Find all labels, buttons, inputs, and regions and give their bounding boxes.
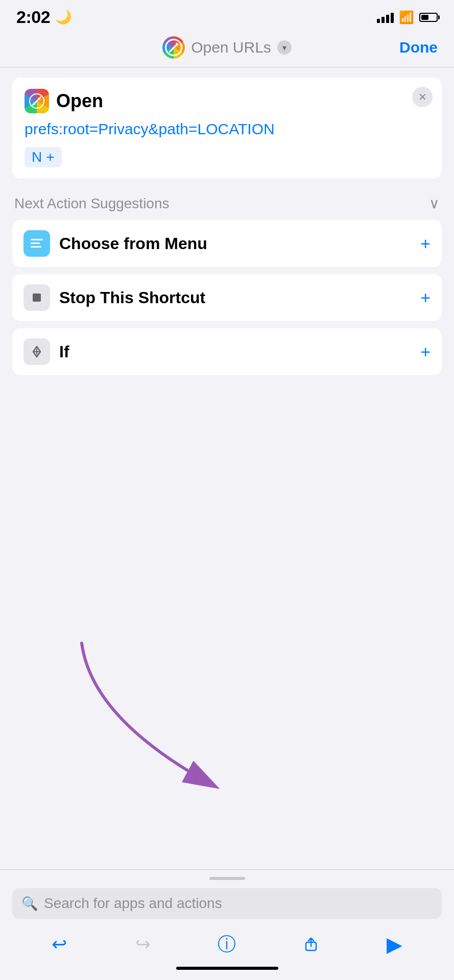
wifi-icon: 📶 bbox=[399, 10, 414, 24]
suggestions-label: Next Action Suggestions bbox=[14, 195, 170, 212]
svg-rect-7 bbox=[33, 293, 41, 302]
back-icon: ↩ bbox=[52, 934, 67, 955]
action-choose-from-menu[interactable]: Choose from Menu + bbox=[12, 220, 442, 267]
svg-rect-6 bbox=[31, 246, 41, 248]
open-card-header: Open bbox=[25, 89, 429, 113]
stop-shortcut-icon bbox=[23, 284, 50, 311]
nav-chevron-icon[interactable]: ▾ bbox=[277, 40, 292, 55]
nav-title-group[interactable]: Open URLs ▾ bbox=[162, 36, 292, 59]
action-if-plus-button[interactable]: + bbox=[420, 342, 431, 362]
safari-nav-icon bbox=[162, 36, 185, 59]
status-time: 2:02 bbox=[16, 7, 50, 27]
nav-title-label: Open URLs bbox=[191, 39, 271, 56]
share-icon bbox=[302, 935, 320, 953]
play-icon: ▶ bbox=[387, 933, 402, 956]
close-button[interactable]: ✕ bbox=[412, 87, 433, 107]
done-button[interactable]: Done bbox=[399, 39, 438, 56]
url-tag[interactable]: N + bbox=[25, 147, 62, 167]
search-bar[interactable]: 🔍 Search for apps and actions bbox=[12, 888, 442, 919]
action-if[interactable]: If + bbox=[12, 328, 442, 375]
moon-icon: 🌙 bbox=[55, 9, 71, 25]
back-button[interactable]: ↩ bbox=[44, 929, 75, 960]
status-icons: 📶 bbox=[377, 10, 438, 24]
search-icon: 🔍 bbox=[21, 896, 38, 912]
if-icon bbox=[23, 338, 50, 365]
action-choose-plus-button[interactable]: + bbox=[420, 234, 431, 254]
suggestions-header[interactable]: Next Action Suggestions ∨ bbox=[12, 195, 442, 212]
open-action-card: Open prefs:root=Privacy&path=LOCATION N … bbox=[12, 78, 442, 179]
action-choose-from-menu-label: Choose from Menu bbox=[59, 234, 420, 253]
signal-icon bbox=[377, 12, 394, 23]
open-safari-icon bbox=[25, 89, 49, 113]
action-stop-shortcut-label: Stop This Shortcut bbox=[59, 288, 420, 307]
info-button[interactable]: ⓘ bbox=[211, 929, 242, 960]
annotation-arrow bbox=[51, 628, 296, 806]
open-url-text: prefs:root=Privacy&path=LOCATION bbox=[25, 118, 429, 140]
share-button[interactable] bbox=[296, 929, 326, 960]
svg-rect-4 bbox=[31, 239, 43, 240]
search-placeholder-text: Search for apps and actions bbox=[44, 895, 222, 912]
status-bar: 2:02 🌙 📶 bbox=[0, 0, 454, 32]
nav-bar: Open URLs ▾ Done bbox=[0, 32, 454, 67]
url-tag-plus[interactable]: + bbox=[46, 149, 54, 165]
bottom-panel: 🔍 Search for apps and actions ↩ ↪ ⓘ ▶ bbox=[0, 869, 454, 980]
home-bar bbox=[176, 967, 278, 970]
info-icon: ⓘ bbox=[218, 932, 236, 957]
action-stop-shortcut[interactable]: Stop This Shortcut + bbox=[12, 274, 442, 321]
forward-icon: ↪ bbox=[135, 934, 151, 955]
url-tag-label: N bbox=[32, 149, 42, 165]
action-stop-plus-button[interactable]: + bbox=[420, 288, 431, 308]
svg-rect-5 bbox=[31, 242, 40, 244]
open-title-label: Open bbox=[56, 90, 103, 112]
choose-from-menu-icon bbox=[23, 230, 50, 257]
forward-button[interactable]: ↪ bbox=[128, 929, 158, 960]
battery-icon bbox=[419, 13, 438, 22]
suggestions-chevron-icon[interactable]: ∨ bbox=[429, 195, 440, 212]
bottom-toolbar: ↩ ↪ ⓘ ▶ bbox=[12, 929, 442, 960]
play-button[interactable]: ▶ bbox=[379, 929, 410, 960]
action-if-label: If bbox=[59, 342, 420, 361]
drag-handle[interactable] bbox=[209, 877, 245, 880]
main-content: Open prefs:root=Privacy&path=LOCATION N … bbox=[0, 67, 454, 393]
